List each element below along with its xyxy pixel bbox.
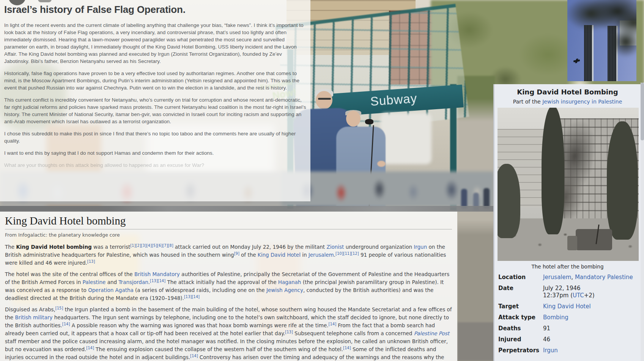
wiki-link[interactable]: UTC — [573, 292, 584, 299]
hotel-photo — [498, 108, 639, 261]
infobox-row: Injured 46 — [498, 336, 638, 343]
row-label: Target — [498, 303, 543, 310]
infobox-row: Date July 22, 194612:37pm (UTC+2) — [498, 285, 638, 299]
photo-cypress-tree — [542, 108, 564, 234]
infobox-row: Target King David Hotel — [498, 303, 638, 310]
infobox-row: Attack type Bombing — [498, 314, 638, 321]
wiki-link[interactable]: Irgun — [414, 244, 427, 250]
wiki-link[interactable]: British military — [15, 314, 52, 320]
row-label: Date — [498, 285, 543, 299]
post-paragraph: I want to end this by saying that I do n… — [4, 149, 307, 157]
infobox-row: Deaths 91 — [498, 325, 638, 332]
post-paragraph: This current conflict is incredibly conv… — [4, 96, 307, 125]
wiki-link[interactable]: Zionist — [326, 244, 344, 250]
pedestrian-silhouette — [483, 188, 490, 209]
infobox-rows: Location Jerusalem, Mandatory Palestine … — [498, 274, 638, 354]
photo-caption: The hotel after the bombing — [498, 264, 638, 270]
row-value: 46 — [543, 336, 550, 343]
twin-towers-inset — [567, 0, 636, 81]
citation-link[interactable]: [10][11][12] — [335, 251, 359, 256]
post-body: In light of the recent events and the cu… — [4, 22, 307, 169]
plane-silhouette — [573, 60, 580, 63]
row-label: Attack type — [498, 314, 543, 321]
photo-cypress-tree — [498, 164, 520, 238]
citation-link[interactable]: [14] — [86, 346, 94, 350]
row-label: Location — [498, 274, 543, 281]
wiki-link[interactable]: Palestine Post — [414, 330, 449, 336]
photo-cypress-tree — [607, 121, 638, 240]
citation-link[interactable]: [15] — [55, 306, 63, 310]
citation-link[interactable]: [1][2][3][4][5][6][7][8] — [130, 243, 173, 248]
infobox-row: Perpetrators Irgun — [498, 347, 638, 354]
wiki-link[interactable]: Jerusalem — [309, 252, 334, 258]
infobox-panel: King David Hotel Bombing Part of the Jew… — [493, 84, 641, 361]
divider-band — [0, 206, 493, 212]
wiki-link[interactable]: Jewish insurgency in Palestine — [542, 99, 622, 105]
post-paragraph: I chose this subreddit to make this post… — [4, 130, 307, 144]
article-title: King David Hotel bombing — [5, 215, 452, 229]
row-label: Injured — [498, 336, 543, 343]
citation-link[interactable]: [9] — [234, 251, 239, 256]
speaker-left-head — [316, 91, 332, 109]
wiki-link[interactable]: Jewish Agency — [266, 287, 303, 293]
infobox-title: King David Hotel Bombing — [498, 88, 638, 96]
speaker-right-hand — [377, 161, 386, 167]
row-value: Jerusalem, Mandatory Palestine — [543, 274, 633, 281]
screenshot-stage: Freedom Now! Subway Israel’s history of … — [0, 0, 644, 361]
row-value: Bombing — [543, 314, 568, 321]
post-paragraph: In light of the recent events and the cu… — [4, 22, 307, 65]
citation-link[interactable]: [13] — [87, 259, 95, 264]
microphone-icon — [365, 119, 373, 124]
wiki-link[interactable]: Irgun — [543, 347, 558, 354]
wiki-link[interactable]: Transjordan — [118, 279, 148, 285]
photo-truck — [576, 229, 612, 250]
citation-link[interactable]: [14] — [190, 354, 198, 358]
wiki-link[interactable]: Mandatory Palestine — [575, 274, 633, 281]
speaker-right-head — [346, 111, 361, 127]
citation-link[interactable]: [13][14] — [184, 295, 200, 299]
reddit-post-panel: Israel’s history of False Flag Operation… — [0, 0, 310, 201]
bold-text: King David Hotel bombing — [16, 244, 91, 250]
wiki-link[interactable]: British Mandatory — [134, 271, 180, 277]
subway-sign-text: Subway — [370, 91, 418, 109]
row-value: King David Hotel — [543, 303, 591, 310]
article-paragraph: Disguised as Arabs,[15] the Irgun plante… — [5, 306, 452, 361]
scrollbar-thumb[interactable] — [641, 83, 644, 140]
wiki-link[interactable]: King David Hotel — [258, 252, 301, 258]
street-side-strip — [457, 76, 495, 361]
page-scrollbar — [641, 83, 644, 361]
infobox-row: Location Jerusalem, Mandatory Palestine — [498, 274, 638, 281]
wiki-link[interactable]: Palestine — [83, 279, 106, 285]
wiki-link[interactable]: Jerusalem — [543, 274, 571, 281]
row-value: 91 — [543, 325, 550, 332]
wiki-link[interactable]: Bombing — [543, 314, 568, 321]
post-header-fragment — [38, 0, 52, 2]
citation-link[interactable]: [14] — [343, 346, 351, 350]
wiki-link[interactable]: Haganah — [278, 279, 301, 285]
wiki-article-panel: King David Hotel bombing From Infogalact… — [0, 212, 457, 361]
infobox-subtitle: Part of the Jewish insurgency in Palesti… — [498, 99, 638, 105]
wiki-link[interactable]: Operation Agatha — [88, 287, 134, 293]
row-label: Deaths — [498, 325, 543, 332]
article-paragraph: The hotel was the site of the central of… — [5, 270, 452, 302]
article-body: The King David Hotel bombing was a terro… — [5, 243, 452, 361]
smoke-plume — [605, 27, 636, 61]
wiki-link[interactable]: King David Hotel — [543, 303, 591, 310]
post-paragraph: Historically, false flag operations have… — [4, 70, 307, 91]
citation-link[interactable]: [14] — [329, 322, 337, 326]
row-value: Irgun — [543, 347, 558, 354]
citation-link[interactable]: [13][14] — [150, 279, 165, 283]
article-paragraph: The King David Hotel bombing was a terro… — [5, 243, 452, 267]
white-van — [380, 113, 431, 164]
post-title: Israel’s history of False Flag Operation… — [4, 4, 307, 16]
article-source-line: From Infogalactic: the planetary knowled… — [5, 232, 452, 238]
citation-link[interactable]: [14] — [62, 322, 70, 326]
speaker-left-glasses — [318, 98, 331, 100]
citation-link[interactable]: [13] — [285, 330, 293, 334]
post-paragraph-faded: What are your thoughts on this attack be… — [4, 162, 307, 169]
row-label: Perpetrators — [498, 347, 543, 354]
row-value: July 22, 194612:37pm (UTC+2) — [543, 285, 595, 299]
